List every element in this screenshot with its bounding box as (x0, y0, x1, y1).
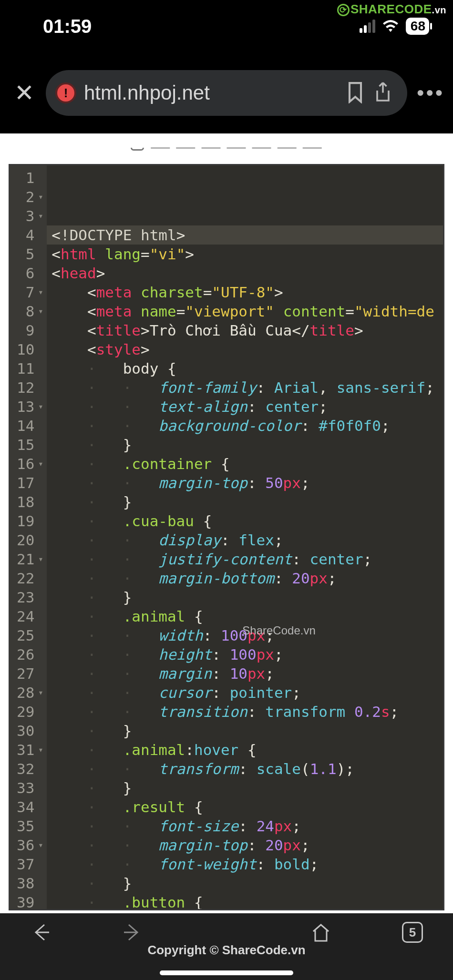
code-line[interactable]: · · cursor: pointer; (51, 683, 439, 702)
cellular-signal-icon (360, 20, 375, 33)
code-line[interactable]: · · transform: scale(1.1); (51, 759, 439, 778)
bookmark-icon[interactable] (345, 81, 365, 105)
line-number[interactable]: 28▾ (17, 683, 44, 702)
code-editor[interactable]: 1 2▾3▾4 5 6 7▾8▾9 10 11 12 13▾14 15 16▾1… (9, 164, 444, 910)
code-line[interactable]: · } (51, 721, 439, 740)
more-menu-button[interactable]: ••• (417, 81, 441, 105)
footer-copyright: Copyright © ShareCode.vn (0, 943, 453, 958)
line-number[interactable]: 2▾ (17, 187, 44, 206)
status-time: 01:59 (43, 16, 92, 37)
code-line[interactable]: · · font-size: 24px; (51, 817, 439, 836)
code-line[interactable]: · .cua-bau { (51, 511, 439, 531)
line-number[interactable]: 32 (17, 759, 44, 778)
code-line[interactable]: · body { (51, 359, 439, 378)
home-button[interactable] (309, 922, 333, 943)
line-number[interactable]: 11 (17, 359, 44, 378)
line-number[interactable]: 15 (17, 435, 44, 454)
line-number[interactable]: 18 (17, 492, 44, 511)
share-icon[interactable] (373, 81, 393, 105)
code-line[interactable]: · · margin-top: 20px; (51, 836, 439, 855)
code-line[interactable]: · · display: flex; (51, 531, 439, 550)
line-number[interactable]: 13▾ (17, 397, 44, 416)
code-line[interactable]: <!DOCTYPE html> (47, 225, 443, 245)
url-text: html.nhpoj.net (84, 82, 338, 104)
close-tab-button[interactable]: ✕ (12, 79, 36, 107)
code-line[interactable]: · · text-align: center; (51, 397, 439, 416)
forward-button[interactable] (121, 922, 144, 943)
line-number[interactable]: 12 (17, 378, 44, 397)
line-number[interactable]: 26 (17, 645, 44, 664)
line-number[interactable]: 21▾ (17, 550, 44, 569)
watermark-mid: ShareCode.vn (242, 621, 315, 640)
code-line[interactable]: · · font-family: Arial, sans-serif; (51, 378, 439, 397)
line-number[interactable]: 20 (17, 531, 44, 550)
code-line[interactable]: · .result { (51, 797, 439, 817)
watermark-suffix: .vn (432, 5, 446, 15)
line-number[interactable]: 14 (17, 416, 44, 435)
code-line[interactable]: · · justify-content: center; (51, 550, 439, 569)
code-line[interactable]: <html lang="vi"> (51, 245, 439, 264)
line-number[interactable]: 5 (17, 245, 44, 264)
line-number[interactable]: 7▾ (17, 283, 44, 302)
code-area[interactable]: ShareCode.vn <!DOCTYPE html><html lang="… (47, 165, 443, 909)
code-line[interactable]: · } (51, 778, 439, 797)
code-line[interactable]: · } (51, 874, 439, 893)
line-number[interactable]: 10 (17, 340, 44, 359)
line-number[interactable]: 6 (17, 264, 44, 283)
code-line[interactable]: · .button { (51, 893, 439, 910)
wifi-icon (382, 20, 399, 33)
sharecode-logo-icon: ⟳ (337, 4, 350, 16)
code-line[interactable]: · · font-weight: bold; (51, 855, 439, 874)
line-number[interactable]: 31▾ (17, 740, 44, 759)
tabs-button[interactable]: 5 (401, 922, 424, 943)
line-number[interactable]: 25 (17, 626, 44, 645)
code-line[interactable]: · · margin: 10px; (51, 664, 439, 683)
insecure-site-icon[interactable]: ! (55, 82, 76, 103)
line-number[interactable]: 33 (17, 778, 44, 797)
line-number[interactable]: 1 (17, 168, 44, 187)
code-line[interactable]: <title>Trò Chơi Bầu Cua</title> (51, 321, 439, 340)
code-line[interactable]: · .container { (51, 454, 439, 473)
code-line[interactable]: <style> (51, 340, 439, 359)
line-number[interactable]: 24 (17, 607, 44, 626)
code-line[interactable]: · · margin-top: 50px; (51, 473, 439, 492)
line-number[interactable]: 34 (17, 797, 44, 817)
code-line[interactable]: · } (51, 492, 439, 511)
line-number[interactable]: 36▾ (17, 836, 44, 855)
line-number[interactable]: 30 (17, 721, 44, 740)
line-number[interactable]: 35 (17, 817, 44, 836)
battery-level: 68 (411, 19, 425, 34)
line-number[interactable]: 16▾ (17, 454, 44, 473)
code-line[interactable]: <head> (51, 264, 439, 283)
address-bar[interactable]: ! html.nhpoj.net (46, 70, 407, 116)
cropped-header-text: — — — — — — — (151, 148, 322, 157)
browser-toolbar: ✕ ! html.nhpoj.net ••• (0, 52, 453, 133)
watermark-sharecode: ⟳SHARECODE.vn (337, 2, 446, 17)
home-indicator[interactable] (160, 970, 293, 975)
line-number[interactable]: 17 (17, 473, 44, 492)
code-line[interactable]: <meta charset="UTF-8"> (51, 283, 439, 302)
code-line[interactable]: <meta name="viewport" content="width=de (51, 302, 439, 321)
code-line[interactable]: · } (51, 435, 439, 454)
line-number[interactable]: 37 (17, 855, 44, 874)
line-number[interactable]: 29 (17, 702, 44, 721)
code-line[interactable]: · · height: 100px; (51, 645, 439, 664)
line-number[interactable]: 38 (17, 874, 44, 893)
line-number[interactable]: 22 (17, 569, 44, 588)
back-button[interactable] (29, 922, 52, 943)
line-number[interactable]: 8▾ (17, 302, 44, 321)
code-line[interactable]: · .animal:hover { (51, 740, 439, 759)
line-number-gutter[interactable]: 1 2▾3▾4 5 6 7▾8▾9 10 11 12 13▾14 15 16▾1… (10, 165, 47, 909)
line-number[interactable]: 3▾ (17, 206, 44, 225)
line-number[interactable]: 27 (17, 664, 44, 683)
line-number[interactable]: 23 (17, 588, 44, 607)
line-number[interactable]: 19 (17, 511, 44, 531)
code-line[interactable]: · · margin-bottom: 20px; (51, 569, 439, 588)
code-line[interactable]: · } (51, 588, 439, 607)
line-number[interactable]: 39 (17, 893, 44, 910)
cropped-header: — — — — — — — (9, 148, 444, 164)
line-number[interactable]: 9 (17, 321, 44, 340)
code-line[interactable]: · · transition: transform 0.2s; (51, 702, 439, 721)
line-number[interactable]: 4 (17, 225, 44, 245)
code-line[interactable]: · · background-color: #f0f0f0; (51, 416, 439, 435)
